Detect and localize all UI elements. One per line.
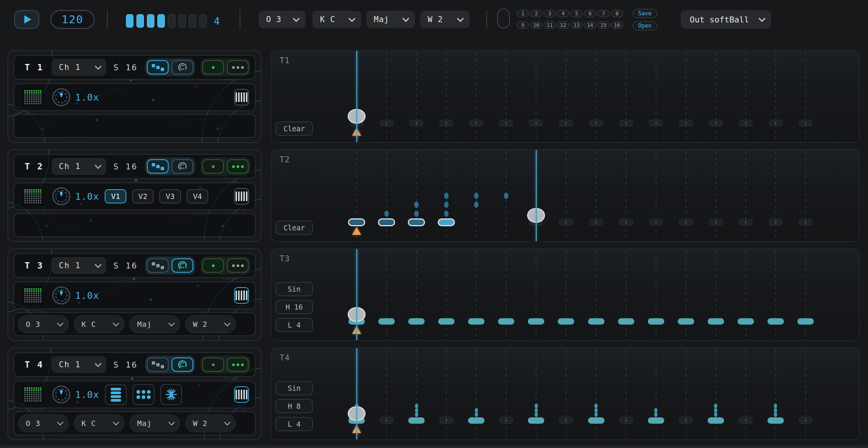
speed-dial[interactable]	[52, 286, 70, 304]
step-slot-3[interactable]	[410, 120, 423, 126]
note-pill-5[interactable]	[468, 417, 484, 424]
step-slot-8[interactable]	[559, 417, 573, 424]
bpm-display[interactable]: 120	[50, 10, 95, 29]
speed-value[interactable]: 1.0x	[75, 290, 99, 301]
solo-toggle[interactable]	[202, 60, 224, 74]
speed-dial[interactable]	[52, 88, 70, 106]
step-slot-13[interactable]	[709, 219, 723, 225]
note-pill-outlined-2[interactable]	[378, 218, 395, 226]
loop-start-marker[interactable]	[352, 227, 361, 235]
pattern-number-12[interactable]: 12	[557, 21, 569, 29]
step-slot-16[interactable]	[799, 219, 812, 225]
step-pattern-toggle[interactable]	[147, 358, 169, 372]
step-slot-16[interactable]	[799, 417, 812, 424]
key-dropdown[interactable]: K C	[74, 315, 124, 333]
step-slot-15[interactable]	[769, 219, 782, 225]
note-pill-3[interactable]	[408, 318, 425, 325]
step-slot-9[interactable]	[590, 120, 603, 126]
loop-toggle[interactable]	[172, 358, 193, 372]
note-pill-5[interactable]	[468, 318, 484, 325]
note-pill-12[interactable]	[678, 318, 694, 325]
step-slot-14[interactable]	[739, 219, 752, 225]
more-toggle[interactable]	[227, 358, 249, 372]
octave-dropdown[interactable]: O 3	[259, 11, 305, 28]
step-slot-7[interactable]	[529, 120, 543, 126]
lane-button-sin[interactable]: Sin	[276, 381, 313, 395]
variant-button-v4[interactable]: V4	[187, 189, 208, 203]
loop-toggle[interactable]	[172, 159, 193, 174]
width-dropdown[interactable]: W 2	[185, 315, 236, 333]
pattern-number-5[interactable]: 5	[570, 10, 583, 17]
step-slot-12[interactable]	[679, 417, 693, 424]
key-dropdown[interactable]: K C	[74, 414, 124, 432]
speed-dial[interactable]	[52, 386, 70, 403]
step-grid-icon[interactable]	[22, 88, 43, 107]
lane-button-h-8[interactable]: H 8	[276, 399, 313, 413]
note-pill-4[interactable]	[438, 318, 455, 325]
step-slot-2[interactable]	[380, 120, 393, 126]
lane-button-clear[interactable]: Clear	[276, 122, 313, 136]
channel-dropdown[interactable]: Ch 1	[52, 356, 106, 373]
loop-toggle[interactable]	[172, 258, 193, 273]
step-slot-10[interactable]	[619, 219, 633, 225]
piano-button[interactable]	[234, 386, 249, 403]
piano-button[interactable]	[234, 89, 249, 105]
pattern-number-15[interactable]: 15	[597, 21, 610, 29]
note-pill-outlined-4[interactable]	[438, 218, 455, 226]
note-pill-15[interactable]	[767, 318, 784, 325]
octave-dropdown[interactable]: O 3	[18, 414, 69, 432]
pattern-number-11[interactable]: 11	[544, 21, 556, 29]
step-slot-9[interactable]	[590, 219, 603, 225]
step-slot-16[interactable]	[799, 120, 812, 126]
solo-toggle[interactable]	[202, 258, 224, 273]
speed-value[interactable]: 1.0x	[75, 92, 99, 103]
note-pill-8[interactable]	[558, 318, 574, 325]
pattern-number-3[interactable]: 3	[544, 10, 556, 17]
step-slot-4[interactable]	[440, 120, 453, 126]
step-pattern-toggle[interactable]	[147, 159, 169, 174]
play-button[interactable]	[14, 10, 39, 29]
lane-button-l-4[interactable]: L 4	[276, 417, 313, 431]
variant-button-v2[interactable]: V2	[132, 189, 154, 203]
width-dropdown[interactable]: W 2	[185, 414, 236, 432]
channel-dropdown[interactable]: Ch 1	[52, 257, 106, 274]
loop-toggle[interactable]	[172, 60, 193, 74]
note-pill-14[interactable]	[738, 318, 754, 325]
solo-toggle[interactable]	[202, 358, 224, 372]
stacked-bars-button[interactable]	[105, 384, 127, 405]
step-slot-5[interactable]	[470, 120, 483, 126]
note-pill-13[interactable]	[708, 318, 724, 325]
output-dropdown[interactable]: Out softBall	[681, 10, 771, 29]
more-toggle[interactable]	[227, 258, 249, 273]
step-slot-13[interactable]	[709, 120, 723, 126]
speed-dial[interactable]	[52, 187, 70, 205]
step-slot-6[interactable]	[499, 120, 513, 126]
lane-button-sin[interactable]: Sin	[276, 282, 313, 296]
speed-value[interactable]: 1.0x	[75, 389, 99, 400]
note-pill-7[interactable]	[528, 417, 544, 424]
step-slot-11[interactable]	[649, 120, 663, 126]
step-grid-icon[interactable]	[22, 187, 43, 206]
pattern-number-8[interactable]: 8	[611, 10, 623, 17]
pattern-number-2[interactable]: 2	[530, 10, 542, 17]
step-grid-icon[interactable]	[22, 385, 43, 404]
step-slot-10[interactable]	[619, 120, 633, 126]
six-dots-button[interactable]	[133, 384, 154, 405]
step-slot-8[interactable]	[559, 219, 573, 225]
step-slot-6[interactable]	[499, 417, 513, 424]
note-pill-7[interactable]	[528, 318, 544, 325]
step-slot-12[interactable]	[679, 120, 693, 126]
note-pill-11[interactable]	[648, 318, 664, 325]
step-pattern-toggle[interactable]	[147, 258, 169, 273]
step-slot-10[interactable]	[619, 417, 633, 424]
note-pill-9[interactable]	[588, 318, 604, 325]
scale-dropdown[interactable]: Maj	[129, 414, 180, 432]
channel-dropdown[interactable]: Ch 1	[52, 59, 106, 76]
pattern-number-1[interactable]: 1	[517, 10, 529, 17]
variant-button-v1[interactable]: V1	[105, 189, 126, 203]
step-slot-12[interactable]	[679, 219, 693, 225]
note-pill-9[interactable]	[588, 417, 604, 424]
solo-toggle[interactable]	[202, 159, 224, 174]
lane-button-clear[interactable]: Clear	[276, 221, 313, 235]
note-pill-13[interactable]	[708, 417, 724, 424]
